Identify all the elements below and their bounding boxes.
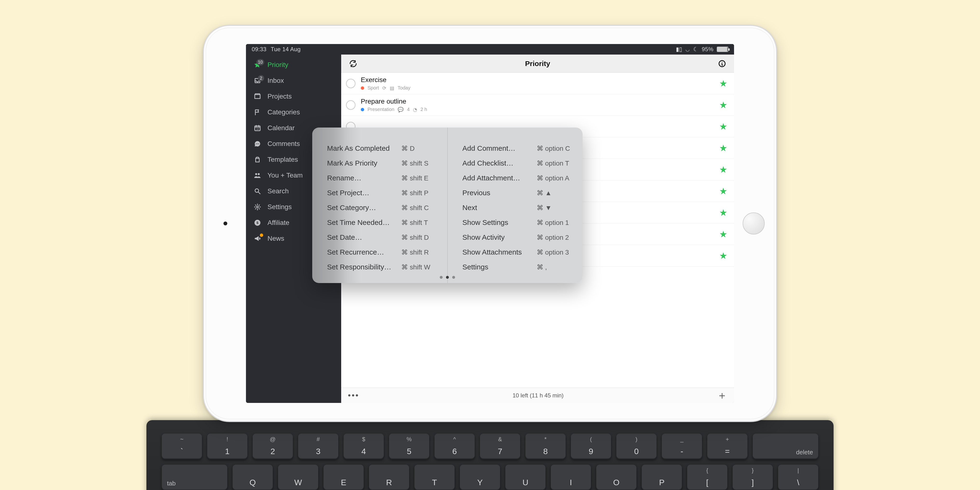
task-checkbox[interactable] xyxy=(346,122,356,131)
sidebar-item-calendar[interactable]: 14Calendar xyxy=(246,120,341,136)
home-button[interactable] xyxy=(743,212,765,234)
key-=[interactable]: += xyxy=(707,434,748,460)
key-bracket-1[interactable]: }] xyxy=(733,465,773,490)
key-8[interactable]: *8 xyxy=(525,434,566,460)
sidebar-item-templates[interactable]: Templates xyxy=(246,152,341,167)
task-meta: Sport⟳▤Today xyxy=(361,85,714,91)
task-checkbox[interactable] xyxy=(346,165,356,174)
pager-dot[interactable] xyxy=(452,276,455,279)
shortcut-row: Previous⌘ ▲ xyxy=(463,185,574,200)
priority-star-icon[interactable]: ★ xyxy=(719,186,727,196)
shortcut-row: Show Attachments⌘ option 3 xyxy=(463,245,574,259)
keyboard-shortcuts-hud: Mark As Completed⌘ DMark As Priority⌘ sh… xyxy=(312,127,582,283)
key--[interactable]: _- xyxy=(662,434,702,460)
screen: 09:33 Tue 14 Aug ▮▯ ◡ ☾ 95% 10Priority2I… xyxy=(246,44,734,403)
priority-star-icon[interactable]: ★ xyxy=(719,78,727,89)
key-1[interactable]: !1 xyxy=(207,434,247,460)
more-button[interactable]: ••• xyxy=(348,391,360,400)
sidebar-item-news[interactable]: News xyxy=(246,231,341,247)
priority-star-icon[interactable]: ★ xyxy=(719,250,727,261)
key-delete[interactable]: delete xyxy=(753,434,818,460)
info-button[interactable] xyxy=(717,58,727,69)
footer-summary: 10 left (11 h 45 min) xyxy=(360,392,717,399)
tag-dot xyxy=(361,86,364,90)
hud-pager[interactable] xyxy=(312,276,582,279)
priority-star-icon[interactable]: ★ xyxy=(719,100,727,110)
key-W[interactable]: W xyxy=(278,465,318,490)
key-P[interactable]: P xyxy=(642,465,682,490)
key-I[interactable]: I xyxy=(551,465,591,490)
key-tab[interactable]: tab xyxy=(162,465,227,490)
task-row[interactable]: ★ xyxy=(341,159,734,180)
task-checkbox[interactable] xyxy=(346,229,356,239)
key-2[interactable]: @2 xyxy=(253,434,293,460)
task-row[interactable]: ★ xyxy=(341,137,734,159)
shortcut-row: Set Time Needed…⌘ shift T xyxy=(327,215,439,230)
sidebar-item-search[interactable]: Search xyxy=(246,183,341,199)
key-3[interactable]: #3 xyxy=(298,434,338,460)
key-R[interactable]: R xyxy=(369,465,409,490)
add-task-button[interactable]: ＋ xyxy=(717,388,727,402)
key-9[interactable]: (9 xyxy=(571,434,611,460)
task-checkbox[interactable] xyxy=(346,79,356,88)
task-row[interactable]: ★ xyxy=(341,180,734,202)
sidebar-item-priority[interactable]: 10Priority xyxy=(246,57,341,73)
sidebar-item-comments[interactable]: Comments xyxy=(246,136,341,152)
task-date: Today xyxy=(398,85,410,91)
pager-dot[interactable] xyxy=(440,276,442,279)
shortcut-keys: ⌘ option T xyxy=(537,159,569,167)
sidebar-item-projects[interactable]: Projects xyxy=(246,89,341,104)
key-4[interactable]: $4 xyxy=(344,434,384,460)
task-checkbox[interactable] xyxy=(346,186,356,196)
priority-star-icon[interactable]: ★ xyxy=(719,121,727,132)
task-row[interactable]: Private tasks✆★ xyxy=(341,245,734,267)
pager-dot[interactable] xyxy=(446,276,449,279)
wifi-icon: ◡ xyxy=(686,46,690,52)
key-T[interactable]: T xyxy=(414,465,455,490)
priority-star-icon[interactable]: ★ xyxy=(719,229,727,240)
app: 10Priority2InboxProjectsCategories14Cale… xyxy=(246,54,734,403)
key-6[interactable]: ^6 xyxy=(434,434,475,460)
key-0[interactable]: )0 xyxy=(616,434,657,460)
sync-button[interactable] xyxy=(348,58,358,69)
key-`[interactable]: ~` xyxy=(162,434,202,460)
task-row[interactable]: Prepare outlinePresentation💬4◔2 h★ xyxy=(341,94,734,116)
repeat-icon: ⟳ xyxy=(382,85,387,91)
sidebar-item-label: Priority xyxy=(267,61,288,68)
priority-star-icon[interactable]: ★ xyxy=(719,207,727,218)
task-list[interactable]: ExerciseSport⟳▤Today★Prepare outlinePres… xyxy=(341,73,734,388)
key-bracket-0[interactable]: {[ xyxy=(687,465,727,490)
shortcut-row: Add Attachment…⌘ option A xyxy=(463,170,574,185)
task-title: Prepare outline xyxy=(361,98,714,105)
sidebar: 10Priority2InboxProjectsCategories14Cale… xyxy=(246,54,341,403)
key-Y[interactable]: Y xyxy=(460,465,500,490)
priority-star-icon[interactable]: ★ xyxy=(719,164,727,175)
task-checkbox[interactable] xyxy=(346,100,356,110)
sidebar-item-label: Projects xyxy=(267,92,292,100)
sidebar-item-you-team[interactable]: You + Team xyxy=(246,167,341,183)
task-row[interactable]: ★ xyxy=(341,202,734,223)
task-row[interactable]: ExerciseSport⟳▤Today★ xyxy=(341,73,734,94)
key-E[interactable]: E xyxy=(323,465,364,490)
status-date: Tue 14 Aug xyxy=(271,46,301,52)
key-5[interactable]: %5 xyxy=(389,434,429,460)
task-row[interactable]: ★ xyxy=(341,223,734,245)
sidebar-item-affiliate[interactable]: $Affiliate xyxy=(246,215,341,231)
task-checkbox[interactable] xyxy=(346,143,356,153)
key-Q[interactable]: Q xyxy=(232,465,273,490)
sidebar-item-settings[interactable]: Settings xyxy=(246,199,341,215)
key-U[interactable]: U xyxy=(505,465,546,490)
key-bracket-2[interactable]: |\ xyxy=(778,465,818,490)
shortcut-row: Set Project…⌘ shift P xyxy=(327,185,439,200)
status-time: 09:33 xyxy=(252,46,267,52)
sidebar-item-categories[interactable]: Categories xyxy=(246,104,341,120)
svg-text:$: $ xyxy=(256,221,259,225)
key-7[interactable]: &7 xyxy=(480,434,520,460)
task-checkbox[interactable] xyxy=(346,208,356,218)
key-O[interactable]: O xyxy=(596,465,636,490)
task-row[interactable]: ★ xyxy=(341,116,734,137)
shortcut-row: Rename…⌘ shift E xyxy=(327,170,439,185)
priority-star-icon[interactable]: ★ xyxy=(719,143,727,153)
task-checkbox[interactable] xyxy=(346,251,356,261)
sidebar-item-inbox[interactable]: 2Inbox xyxy=(246,73,341,89)
